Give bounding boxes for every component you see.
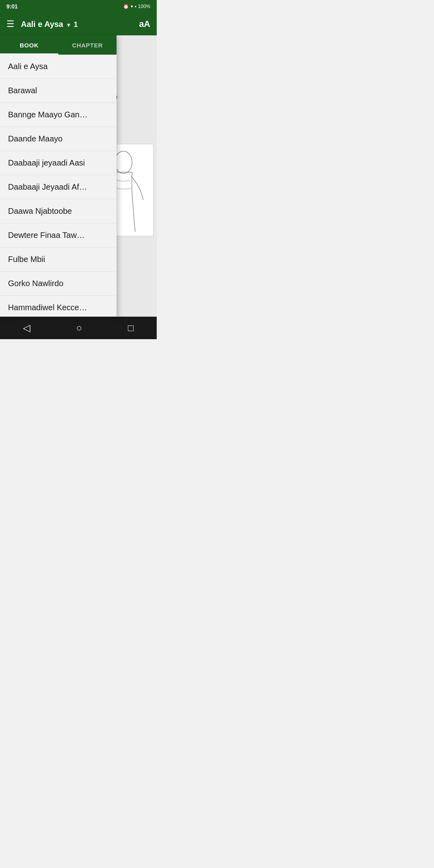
tab-book[interactable]: BOOK [0,35,58,55]
dropdown-panel: BOOK CHAPTER Aali e Aysa Barawal Bannge … [0,35,117,317]
tab-chapter[interactable]: CHAPTER [58,35,117,55]
list-item[interactable]: Dewtere Finaa Taw… [0,223,117,248]
status-icons: ⏰ ▾ ▪ 100% [123,4,150,9]
list-item[interactable]: Fulbe Mbii [0,248,117,272]
nav-bar: ◁ ○ □ [0,317,157,339]
signal-icon: ▪ [135,4,136,9]
recents-nav-icon[interactable]: □ [128,322,134,334]
status-bar: 9:01 ⏰ ▾ ▪ 100% [0,0,157,13]
list-item[interactable]: Aali e Aysa [0,55,117,79]
list-item[interactable]: Barawal [0,79,117,103]
battery-icon: 100% [138,4,150,9]
alarm-icon: ⏰ [123,4,129,9]
wifi-icon: ▾ [131,4,133,9]
list-item[interactable]: Bannge Maayo Gan… [0,103,117,127]
back-nav-icon[interactable]: ◁ [23,322,30,334]
toolbar-title: Aali e Aysa ▾ 1 [21,20,133,29]
list-item[interactable]: Daabaaji jeyaadi Aasi [0,151,117,175]
list-item[interactable]: Daabaaji Jeyaadi Af… [0,175,117,199]
dropdown-list: Aali e Aysa Barawal Bannge Maayo Gan… Da… [0,55,117,317]
page-number: 1 [74,20,78,29]
dropdown-arrow-icon[interactable]: ▾ [67,22,70,28]
home-nav-icon[interactable]: ○ [76,322,82,334]
toolbar: ☰ Aali e Aysa ▾ 1 aA [0,13,157,35]
dropdown-tabs: BOOK CHAPTER [0,35,117,55]
list-item[interactable]: Daawa Njabtoobe [0,199,117,223]
menu-icon[interactable]: ☰ [6,19,14,29]
list-item[interactable]: Hammadiwel Kecce… [0,296,117,317]
list-item[interactable]: Gorko Nawlirdo [0,272,117,296]
list-item[interactable]: Daande Maayo [0,127,117,151]
status-time: 9:01 [6,3,18,10]
font-size-icon[interactable]: aA [139,19,150,29]
